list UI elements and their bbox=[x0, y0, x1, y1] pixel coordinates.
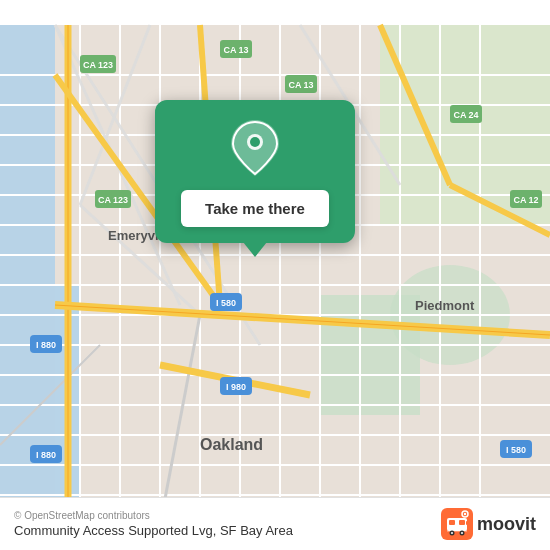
take-me-there-button[interactable]: Take me there bbox=[181, 190, 329, 227]
svg-point-85 bbox=[461, 532, 463, 534]
svg-text:CA 13: CA 13 bbox=[223, 45, 248, 55]
svg-point-88 bbox=[464, 513, 466, 515]
svg-text:CA 13: CA 13 bbox=[288, 80, 313, 90]
location-popup: Take me there bbox=[155, 100, 355, 243]
svg-rect-86 bbox=[466, 521, 468, 525]
svg-text:CA 12: CA 12 bbox=[513, 195, 538, 205]
svg-text:I 880: I 880 bbox=[36, 340, 56, 350]
svg-text:Oakland: Oakland bbox=[200, 436, 263, 453]
moovit-logo: moovit bbox=[441, 508, 536, 540]
svg-point-76 bbox=[250, 137, 260, 147]
map-container: I 880 I 880 I 580 I 580 I 980 CA 123 CA … bbox=[0, 0, 550, 550]
map-background: I 880 I 880 I 580 I 580 I 980 CA 123 CA … bbox=[0, 0, 550, 550]
svg-text:CA 123: CA 123 bbox=[83, 60, 113, 70]
location-icon-wrap bbox=[231, 120, 279, 180]
attribution-text: © OpenStreetMap contributors bbox=[14, 510, 293, 521]
location-name: Community Access Supported Lvg, SF Bay A… bbox=[14, 523, 293, 538]
svg-text:I 980: I 980 bbox=[226, 382, 246, 392]
svg-text:I 880: I 880 bbox=[36, 450, 56, 460]
svg-rect-79 bbox=[449, 520, 455, 525]
location-pin-icon bbox=[231, 120, 279, 176]
moovit-brand-text: moovit bbox=[477, 514, 536, 535]
svg-text:I 580: I 580 bbox=[506, 445, 526, 455]
svg-text:CA 123: CA 123 bbox=[98, 195, 128, 205]
svg-text:I 580: I 580 bbox=[216, 298, 236, 308]
svg-text:CA 24: CA 24 bbox=[453, 110, 478, 120]
moovit-brand-icon bbox=[441, 508, 473, 540]
svg-rect-80 bbox=[459, 520, 465, 525]
svg-point-83 bbox=[451, 532, 453, 534]
svg-text:Piedmont: Piedmont bbox=[415, 298, 475, 313]
bottom-bar: © OpenStreetMap contributors Community A… bbox=[0, 497, 550, 550]
bottom-left-info: © OpenStreetMap contributors Community A… bbox=[14, 510, 293, 538]
